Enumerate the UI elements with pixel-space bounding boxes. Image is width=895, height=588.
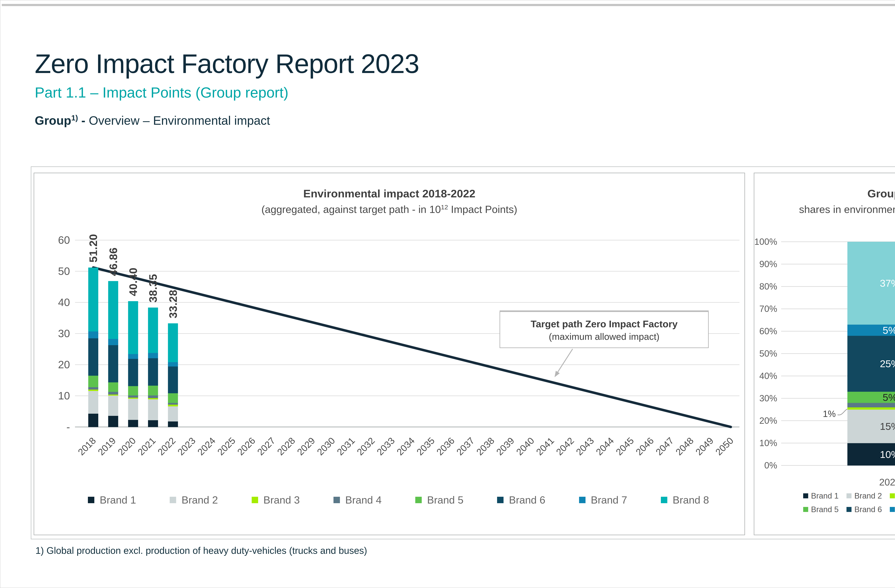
legend-swatch — [803, 507, 808, 512]
legend-label: Brand 1 — [811, 491, 839, 500]
shares-chart-panel: 0%10%20%30%40%50%60%70%80%90%100%10%15%1… — [754, 173, 895, 535]
svg-text:5%: 5% — [883, 392, 895, 403]
legend-item: Brand 8 — [661, 494, 709, 506]
impact-chart-title: Environmental impact 2018-2022 — [34, 187, 745, 200]
svg-text:0%: 0% — [765, 461, 777, 470]
svg-text:51.20: 51.20 — [87, 234, 100, 262]
svg-text:2020: 2020 — [116, 435, 138, 458]
svg-text:30%: 30% — [759, 393, 777, 403]
svg-text:-: - — [67, 421, 70, 433]
svg-text:100%: 100% — [754, 237, 777, 247]
legend-label: Brand 4 — [345, 494, 382, 506]
svg-text:2038: 2038 — [474, 435, 496, 458]
svg-text:2026: 2026 — [235, 435, 257, 458]
svg-text:2049: 2049 — [693, 435, 716, 458]
svg-text:10%: 10% — [880, 449, 895, 460]
impact-chart-legend: Brand 1Brand 2Brand 3Brand 4Brand 5Brand… — [88, 494, 709, 506]
legend-swatch — [579, 497, 586, 503]
report-page: Zero Impact Factory Report 2023 Part 1.1… — [0, 0, 895, 588]
svg-text:2040: 2040 — [514, 435, 536, 458]
legend-swatch — [252, 497, 258, 503]
svg-text:2035: 2035 — [414, 435, 437, 458]
svg-text:2037: 2037 — [455, 435, 476, 458]
annotation-title: Target path Zero Impact Factory — [500, 318, 708, 329]
legend-swatch — [890, 493, 895, 499]
legend-item: Brand 1 — [803, 491, 839, 500]
svg-text:2031: 2031 — [335, 435, 357, 458]
svg-text:30: 30 — [58, 327, 70, 339]
svg-text:2025: 2025 — [215, 435, 237, 458]
section-heading-rest: Overview – Environmental impact — [89, 114, 270, 127]
legend-swatch — [88, 497, 94, 503]
svg-text:5%: 5% — [883, 324, 895, 336]
svg-text:46.86: 46.86 — [107, 247, 119, 276]
svg-text:1%: 1% — [823, 409, 836, 419]
svg-text:2034: 2034 — [395, 435, 417, 458]
svg-text:2039: 2039 — [494, 435, 516, 458]
legend-swatch — [803, 493, 808, 499]
legend-swatch — [170, 497, 176, 503]
shares-chart-subtitle: shares in environmental impact (in %) — [754, 203, 895, 215]
legend-item: Brand 5 — [415, 494, 463, 506]
section-heading-group: Group — [35, 114, 71, 127]
shares-chart-title: Group: — [754, 187, 895, 200]
svg-text:50: 50 — [58, 265, 70, 277]
svg-text:2047: 2047 — [654, 435, 676, 458]
svg-text:2029: 2029 — [295, 435, 317, 458]
svg-text:10: 10 — [58, 390, 70, 402]
svg-text:10%: 10% — [759, 438, 777, 448]
svg-text:2027: 2027 — [255, 435, 277, 458]
legend-item: Brand 7 — [890, 505, 895, 514]
legend-label: Brand 5 — [427, 494, 463, 506]
svg-text:2022: 2022 — [879, 477, 895, 488]
target-path-annotation: Target path Zero Impact Factory (maximum… — [500, 311, 708, 348]
impact-chart-subtitle: (aggregated, against target path - in 10… — [34, 203, 745, 215]
legend-swatch — [415, 497, 422, 503]
svg-text:33.28: 33.28 — [167, 290, 179, 318]
legend-item: Brand 6 — [497, 494, 545, 506]
impact-chart-svg: -10203040506051.2046.8640.4038.3533.2820… — [34, 173, 745, 535]
svg-text:2021: 2021 — [136, 435, 158, 458]
legend-label: Brand 6 — [509, 494, 545, 506]
legend-label: Brand 5 — [811, 505, 839, 514]
legend-label: Brand 8 — [673, 494, 709, 506]
annotation-subtitle: (maximum allowed impact) — [500, 331, 708, 342]
svg-text:80%: 80% — [759, 282, 777, 291]
legend-item: Brand 2 — [170, 494, 218, 506]
page-title: Zero Impact Factory Report 2023 — [35, 48, 419, 79]
footnote: 1) Global production excl. production of… — [35, 545, 367, 556]
svg-text:2032: 2032 — [355, 435, 377, 458]
legend-item: Brand 2 — [846, 491, 882, 500]
svg-text:25%: 25% — [880, 358, 895, 369]
svg-text:38.35: 38.35 — [147, 274, 159, 303]
top-rule — [2, 4, 895, 6]
legend-item: Brand 3 — [890, 491, 895, 500]
svg-text:2022: 2022 — [156, 435, 177, 458]
svg-text:40%: 40% — [759, 371, 777, 381]
svg-text:90%: 90% — [759, 259, 777, 269]
svg-text:15%: 15% — [880, 421, 895, 432]
section-heading-separator: - — [78, 114, 89, 127]
legend-swatch — [661, 497, 667, 503]
svg-text:2046: 2046 — [634, 435, 656, 458]
svg-text:2024: 2024 — [196, 435, 217, 458]
legend-item: Brand 4 — [334, 494, 382, 506]
svg-text:2045: 2045 — [614, 435, 636, 458]
legend-swatch — [334, 497, 340, 503]
legend-label: Brand 2 — [182, 494, 218, 506]
shares-chart-svg: 0%10%20%30%40%50%60%70%80%90%100%10%15%1… — [754, 173, 895, 535]
legend-item: Brand 5 — [803, 505, 839, 514]
legend-swatch — [497, 497, 504, 503]
legend-swatch — [890, 507, 895, 512]
svg-text:50%: 50% — [759, 349, 777, 359]
svg-text:70%: 70% — [759, 304, 777, 314]
svg-text:40: 40 — [58, 296, 70, 308]
impact-chart-panel: -10203040506051.2046.8640.4038.3533.2820… — [33, 173, 745, 535]
legend-label: Brand 2 — [854, 491, 882, 500]
svg-text:2042: 2042 — [554, 435, 576, 458]
legend-item: Brand 6 — [846, 505, 882, 514]
legend-label: Brand 7 — [591, 494, 627, 506]
svg-text:40.40: 40.40 — [127, 268, 139, 296]
svg-text:2044: 2044 — [594, 435, 616, 458]
legend-label: Brand 6 — [854, 505, 882, 514]
